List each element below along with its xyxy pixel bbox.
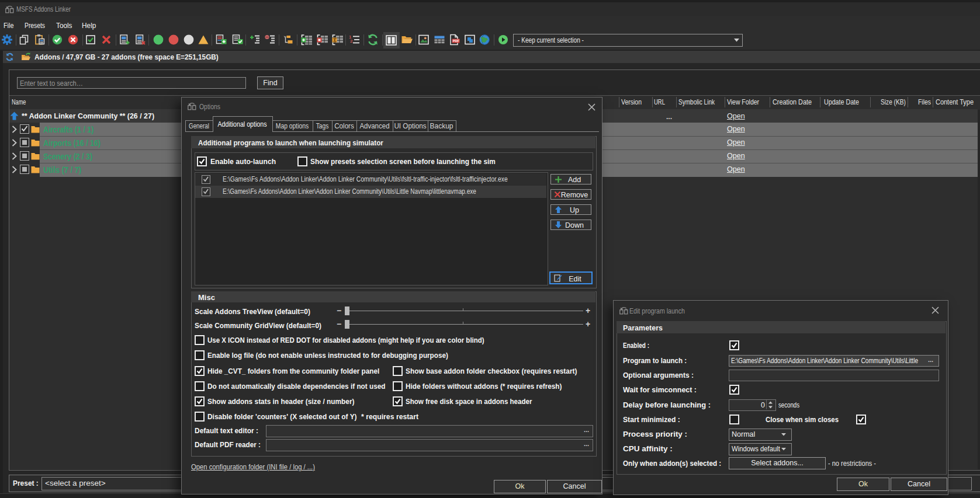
svg-text:2: 2 (350, 39, 353, 44)
svg-text:PDF: PDF (453, 39, 460, 43)
